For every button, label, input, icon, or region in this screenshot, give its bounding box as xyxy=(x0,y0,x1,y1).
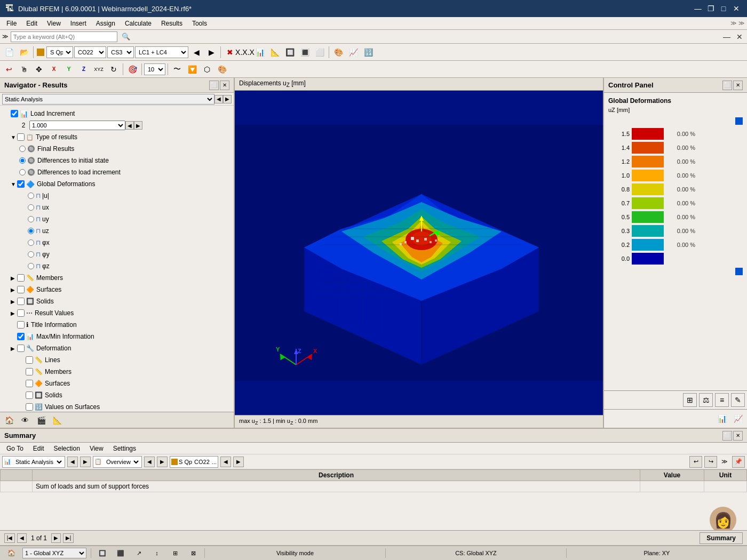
float-minimize[interactable]: — xyxy=(721,31,732,42)
radio-diff-initial[interactable] xyxy=(19,157,26,164)
nav-item-maxmin-info[interactable]: 📊 Max/Min Information xyxy=(0,331,234,342)
tb2-rotate[interactable]: ↻ xyxy=(107,62,121,76)
nav-checkbox-solids2[interactable] xyxy=(26,391,33,399)
nav-item-result-values[interactable]: ▶ ⋯ Result Values xyxy=(0,307,234,319)
sb-tool-4[interactable]: ↕ xyxy=(150,546,164,560)
summary-menu-selection[interactable]: Selection xyxy=(50,444,84,453)
nav-item-lines[interactable]: 📏 Lines xyxy=(0,354,234,366)
nav-tool-3[interactable]: 🎬 xyxy=(34,413,48,427)
nav-checkbox-result-values[interactable] xyxy=(17,309,25,317)
nav-checkbox-members[interactable] xyxy=(17,274,25,282)
tb2-mesh[interactable]: ⬡ xyxy=(200,62,214,76)
minimize-button[interactable]: — xyxy=(693,3,703,14)
summary-menu-settings[interactable]: Settings xyxy=(109,444,140,453)
summary-menu-view[interactable]: View xyxy=(85,444,108,453)
tb-view3[interactable]: 🔳 xyxy=(298,45,312,59)
load-value-prev[interactable]: ◀ xyxy=(125,121,134,130)
sb-tool-1[interactable]: 🔲 xyxy=(96,546,109,560)
nav-checkbox-lines[interactable] xyxy=(26,356,33,364)
nav-item-phiy[interactable]: ⊓ φy xyxy=(0,249,234,260)
cp-close[interactable]: ✕ xyxy=(733,81,743,90)
nav-item-uy[interactable]: ⊓ uy xyxy=(0,213,234,225)
tb-xyz[interactable]: X.X.X xyxy=(238,45,252,59)
footer-last[interactable]: ▶| xyxy=(63,533,74,543)
menu-view[interactable]: View xyxy=(43,19,65,28)
tb-sqp[interactable]: S Qp xyxy=(46,46,73,58)
nav-item-diff-initial[interactable]: 🔘 Differences to initial state xyxy=(0,155,234,166)
nav-checkbox-global-def[interactable] xyxy=(17,180,25,188)
nav-item-ux[interactable]: ⊓ ux xyxy=(0,202,234,213)
nav-item-phiz[interactable]: ⊓ φz xyxy=(0,260,234,272)
nav-item-global-deformations[interactable]: ▼ 🔷 Global Deformations xyxy=(0,178,234,190)
nav-filter-next[interactable]: ▶ xyxy=(223,95,232,103)
nav-item-diff-load[interactable]: 🔘 Differences to load increment xyxy=(0,166,234,178)
summary-btn-3[interactable]: 📌 xyxy=(732,456,745,468)
footer-next[interactable]: ▶ xyxy=(51,533,61,543)
cp-btn-1[interactable]: ⊞ xyxy=(683,393,697,407)
nav-item-final-results[interactable]: 🔘 Final Results xyxy=(0,143,234,155)
summary-btn-2[interactable]: ↪ xyxy=(704,456,717,468)
nav-filter-prev[interactable]: ◀ xyxy=(214,95,223,103)
float-close[interactable]: ✕ xyxy=(734,31,745,42)
radio-ux[interactable] xyxy=(28,204,34,211)
nav-tool-1[interactable]: 🏠 xyxy=(2,413,16,427)
nav-checkbox-values-surfaces[interactable] xyxy=(26,403,33,411)
tb-view1[interactable]: 📐 xyxy=(268,45,282,59)
cp-restore[interactable]: ⬜ xyxy=(722,81,732,90)
tb2-deform[interactable]: 〜 xyxy=(170,62,184,76)
nav-checkbox-deformation[interactable] xyxy=(17,345,25,352)
load-value-next[interactable]: ▶ xyxy=(134,121,142,130)
nav-item-solids[interactable]: ▶ 🔲 Solids xyxy=(0,295,234,307)
menu-tools[interactable]: Tools xyxy=(188,19,211,28)
tb-stop[interactable]: ✖ xyxy=(223,45,237,59)
tb2-move[interactable]: ✥ xyxy=(32,62,46,76)
tb-result3[interactable]: 🔢 xyxy=(361,45,375,59)
cp-btn-4[interactable]: ✎ xyxy=(731,393,745,407)
tb-lc[interactable]: LC1 + LC4 xyxy=(135,46,188,58)
summary-analysis-next[interactable]: ▶ xyxy=(80,457,91,467)
radio-diff-load[interactable] xyxy=(19,169,26,175)
nav-checkbox-title-info[interactable] xyxy=(17,321,25,329)
load-value-select[interactable]: 1.000 xyxy=(29,121,125,130)
summary-load-prev[interactable]: ◀ xyxy=(220,457,231,467)
nav-item-abs-u[interactable]: ⊓ |u| xyxy=(0,190,234,202)
tb2-all[interactable]: XYZ xyxy=(92,62,106,76)
maximize-button[interactable]: □ xyxy=(718,3,729,14)
nav-item-title-info[interactable]: ℹ Title Information xyxy=(0,319,234,331)
cp-icon-chart[interactable]: 📈 xyxy=(731,412,745,426)
nav-checkbox-surfaces2[interactable] xyxy=(26,380,33,387)
nav-analysis-select[interactable]: Static Analysis xyxy=(2,94,214,105)
nav-item-surfaces2[interactable]: 🔶 Surfaces xyxy=(0,378,234,389)
tb2-coord[interactable]: 🎯 xyxy=(125,62,139,76)
cp-btn-3[interactable]: ≡ xyxy=(715,393,729,407)
summary-menu-goto[interactable]: Go To xyxy=(2,444,28,453)
summary-analysis-select[interactable]: Static Analysis xyxy=(12,456,63,468)
nav-restore[interactable]: ⬜ xyxy=(209,81,219,90)
tb-co[interactable]: CO22 xyxy=(74,46,106,58)
nav-item-deformation[interactable]: ▶ 🔧 Deformation xyxy=(0,342,234,354)
nav-item-type-results[interactable]: ▼ 📋 Type of results xyxy=(0,131,234,143)
tb-result2[interactable]: 📈 xyxy=(346,45,360,59)
radio-abs-u[interactable] xyxy=(28,193,34,199)
nav-item-members[interactable]: ▶ 📏 Members xyxy=(0,272,234,284)
summary-load-next[interactable]: ▶ xyxy=(233,457,244,467)
tb2-z[interactable]: Z xyxy=(77,62,91,76)
nav-checkbox-maxmin-info[interactable] xyxy=(17,333,25,340)
nav-checkbox-members2[interactable] xyxy=(26,368,33,375)
tb-new[interactable]: 📄 xyxy=(2,45,16,59)
nav-checkbox-type-results[interactable] xyxy=(17,133,25,141)
sb-tool-3[interactable]: ↗ xyxy=(132,546,146,560)
tb2-color[interactable]: 🎨 xyxy=(215,62,229,76)
nav-item-solids2[interactable]: 🔲 Solids xyxy=(0,389,234,401)
nav-item-phix[interactable]: ⊓ φx xyxy=(0,237,234,249)
tb2-y[interactable]: Y xyxy=(62,62,76,76)
menu-insert[interactable]: Insert xyxy=(66,19,91,28)
nav-tool-2[interactable]: 👁 xyxy=(18,413,32,427)
menu-assign[interactable]: Assign xyxy=(92,19,120,28)
nav-item-members2[interactable]: 📏 Members xyxy=(0,366,234,378)
footer-first[interactable]: |◀ xyxy=(4,533,15,543)
radio-uy[interactable] xyxy=(28,216,34,222)
summary-analysis-prev[interactable]: ◀ xyxy=(67,457,78,467)
summary-restore[interactable]: ⬜ xyxy=(722,431,732,441)
radio-phiz[interactable] xyxy=(28,263,34,269)
